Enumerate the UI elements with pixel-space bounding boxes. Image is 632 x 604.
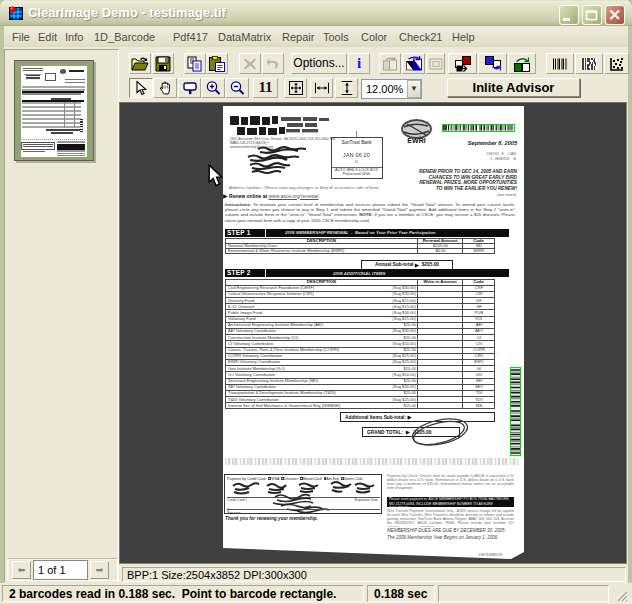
svg-text:EWRI: EWRI bbox=[407, 137, 425, 144]
